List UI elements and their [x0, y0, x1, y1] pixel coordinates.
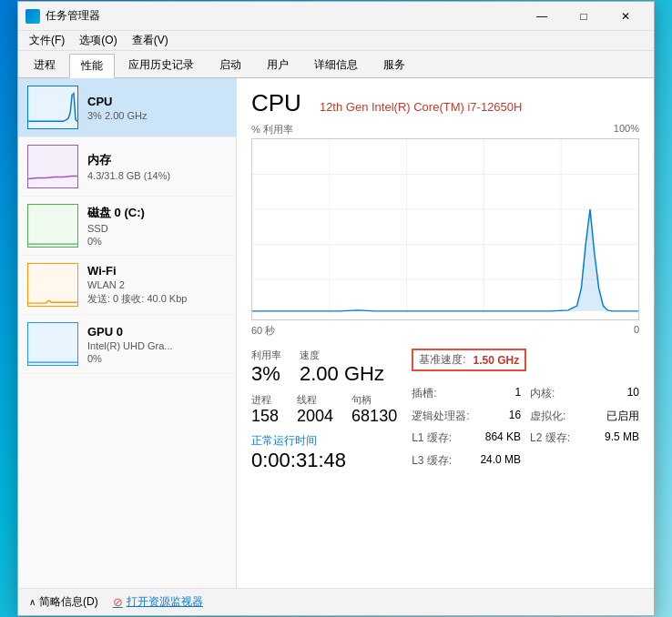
- window-controls: — □ ✕: [521, 2, 647, 31]
- tab-details[interactable]: 详细信息: [302, 53, 370, 77]
- sidebar: CPU 3% 2.00 GHz 内存 4.3/31.8 GB (14%): [18, 78, 237, 588]
- svg-rect-1: [28, 146, 77, 187]
- sidebar-item-gpu[interactable]: GPU 0 Intel(R) UHD Gra... 0%: [18, 315, 236, 374]
- utilization-value: 3%: [251, 362, 281, 386]
- wifi-info: Wi-Fi WLAN 2 发送: 0 接收: 40.0 Kbp: [87, 264, 227, 306]
- threads-label: 线程: [297, 393, 333, 407]
- disk-thumbnail: [27, 204, 78, 248]
- main-header: CPU 12th Gen Intel(R) Core(TM) i7-12650H: [251, 89, 639, 117]
- menu-view[interactable]: 查看(V): [125, 31, 176, 50]
- memory-info: 内存 4.3/31.8 GB (14%): [87, 152, 227, 181]
- threads-group: 线程 2004: [297, 393, 333, 426]
- sidebar-item-wifi[interactable]: Wi-Fi WLAN 2 发送: 0 接收: 40.0 Kbp: [18, 256, 236, 315]
- highlighted-stat: 基准速度: 1.50 GHz: [412, 349, 639, 379]
- processes-value: 158: [251, 407, 279, 426]
- speed-value: 2.00 GHz: [300, 362, 384, 386]
- l3-row: L3 缓存: 24.0 MB: [412, 452, 521, 472]
- cpu-info: CPU 3% 2.00 GHz: [87, 95, 227, 121]
- tab-performance[interactable]: 性能: [69, 54, 115, 78]
- wifi-sub1: WLAN 2: [87, 279, 227, 290]
- gpu-thumbnail: [27, 322, 78, 366]
- tab-bar: 进程 性能 应用历史记录 启动 用户 详细信息 服务: [18, 51, 654, 78]
- sockets-value: 1: [514, 386, 521, 404]
- utilization-group: 利用率 3%: [251, 349, 281, 386]
- base-speed-box: 基准速度: 1.50 GHz: [412, 349, 526, 371]
- chart-time: 60 秒 0: [251, 324, 639, 338]
- tab-history[interactable]: 应用历史记录: [117, 53, 206, 77]
- cpu-label: CPU: [87, 95, 227, 108]
- cpu-sub: 3% 2.00 GHz: [87, 110, 227, 121]
- tab-startup[interactable]: 启动: [208, 53, 253, 77]
- left-stats: 利用率 3% 速度 2.00 GHz 进程 158: [251, 349, 397, 472]
- sockets-label: 插槽:: [412, 386, 436, 404]
- cores-row: 内核: 10: [530, 385, 639, 405]
- tab-services[interactable]: 服务: [372, 53, 417, 77]
- threads-value: 2004: [297, 407, 333, 426]
- cores-value: 10: [627, 386, 639, 404]
- handles-label: 句柄: [351, 393, 397, 407]
- l2-value: 9.5 MB: [605, 430, 639, 449]
- uptime-value: 0:00:31:48: [251, 449, 397, 472]
- chevron-icon: ∧: [29, 597, 36, 607]
- cpu-chart: [251, 138, 639, 320]
- disk-label: 磁盘 0 (C:): [87, 205, 227, 221]
- sidebar-item-cpu[interactable]: CPU 3% 2.00 GHz: [18, 78, 236, 137]
- cores-label: 内核:: [530, 386, 555, 404]
- maximize-button[interactable]: □: [563, 2, 605, 31]
- gpu-sub1: Intel(R) UHD Gra...: [87, 340, 227, 351]
- cpu-thumbnail: [27, 86, 78, 129]
- l3-value: 24.0 MB: [480, 453, 521, 471]
- base-speed-label: 基准速度:: [419, 352, 465, 368]
- footer-bar: ∧ 简略信息(D) ⊘ 打开资源监视器: [18, 588, 654, 615]
- sidebar-item-memory[interactable]: 内存 4.3/31.8 GB (14%): [18, 137, 236, 197]
- svg-rect-4: [28, 323, 77, 365]
- l2-row: L2 缓存: 9.5 MB: [530, 430, 639, 450]
- mem-thumbnail: [27, 145, 78, 188]
- monitor-icon: ⊘: [113, 595, 123, 609]
- gpu-label: GPU 0: [87, 325, 227, 339]
- processes-threads-row: 进程 158 线程 2004 句柄 68130: [251, 393, 397, 426]
- menu-file[interactable]: 文件(F): [22, 31, 72, 50]
- app-icon: [25, 9, 40, 24]
- logical-row: 逻辑处理器: 16: [412, 408, 521, 428]
- main-title: CPU: [251, 89, 301, 117]
- wifi-label: Wi-Fi: [87, 264, 227, 278]
- l2-label: L2 缓存:: [530, 430, 570, 449]
- monitor-label: 打开资源监视器: [127, 594, 203, 610]
- summary-toggle[interactable]: ∧ 简略信息(D): [29, 594, 98, 610]
- tab-users[interactable]: 用户: [255, 53, 300, 77]
- disk-sub1: SSD: [87, 223, 227, 234]
- window-title: 任务管理器: [46, 8, 521, 24]
- tab-processes[interactable]: 进程: [22, 53, 67, 77]
- stats-area: 利用率 3% 速度 2.00 GHz 进程 158: [251, 349, 639, 472]
- close-button[interactable]: ✕: [605, 2, 647, 31]
- l1-value: 864 KB: [485, 430, 521, 449]
- y-axis-label: % 利用率: [251, 123, 293, 137]
- time-right: 0: [634, 324, 639, 338]
- right-stats: 基准速度: 1.50 GHz 插槽: 1 内核: 10 逻辑处理器:: [412, 349, 639, 472]
- svg-rect-5: [252, 139, 638, 315]
- handles-group: 句柄 68130: [351, 393, 397, 426]
- utilization-speed-row: 利用率 3% 速度 2.00 GHz: [251, 349, 397, 386]
- logical-label: 逻辑处理器:: [412, 409, 469, 427]
- handles-value: 68130: [351, 407, 397, 426]
- time-left: 60 秒: [251, 324, 275, 338]
- disk-info: 磁盘 0 (C:) SSD 0%: [87, 205, 227, 247]
- l1-label: L1 缓存:: [412, 430, 452, 449]
- memory-sub: 4.3/31.8 GB (14%): [87, 170, 227, 181]
- minimize-button[interactable]: —: [521, 2, 563, 31]
- content-area: CPU 3% 2.00 GHz 内存 4.3/31.8 GB (14%): [18, 78, 654, 588]
- processes-label: 进程: [251, 393, 279, 407]
- summary-label: 简略信息(D): [39, 594, 98, 610]
- task-manager-window: 任务管理器 — □ ✕ 文件(F) 选项(O) 查看(V) 进程 性能 应用历史…: [17, 1, 655, 616]
- title-bar: 任务管理器 — □ ✕: [18, 2, 654, 31]
- resource-monitor-link[interactable]: ⊘ 打开资源监视器: [113, 594, 203, 610]
- uptime-group: 正常运行时间 0:00:31:48: [251, 433, 397, 472]
- sidebar-item-disk[interactable]: 磁盘 0 (C:) SSD 0%: [18, 197, 236, 256]
- gpu-info: GPU 0 Intel(R) UHD Gra... 0%: [87, 325, 227, 364]
- memory-label: 内存: [87, 152, 227, 168]
- svg-rect-2: [28, 205, 77, 247]
- menu-options[interactable]: 选项(O): [72, 31, 124, 50]
- utilization-label: 利用率: [251, 349, 281, 362]
- chart-labels: % 利用率 100%: [251, 123, 639, 137]
